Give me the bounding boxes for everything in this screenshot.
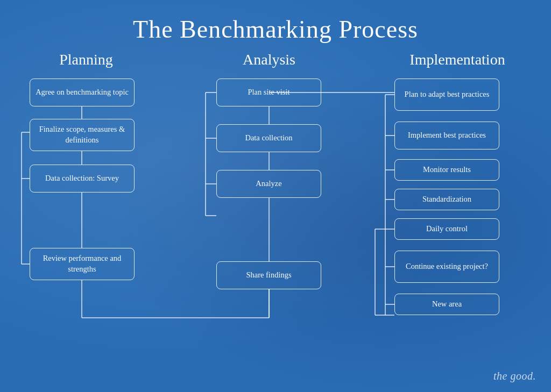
a2-box: Data collection [216, 124, 321, 152]
a3-box: Analyze [216, 170, 321, 198]
i5-box: Daily control [394, 218, 499, 240]
p2-box: Finalize scope, measures & definitions [30, 119, 135, 151]
p3-box: Data collection: Survey [30, 165, 135, 193]
i6-box: Continue existing project? [394, 251, 499, 283]
i4-box: Standardization [394, 189, 499, 210]
p1-box: Agree on benchmarking topic [30, 79, 135, 106]
page-title: The Benchmarking Process [0, 0, 551, 49]
i1-box: Plan to adapt best practices [394, 79, 499, 111]
i7-box: New area [394, 294, 499, 315]
watermark: the good. [493, 370, 536, 382]
analysis-title: Analysis [210, 49, 328, 70]
a1-box: Plan site visit [216, 79, 321, 106]
implementation-title: Implementation [393, 49, 522, 70]
a4-box: Share findings [216, 261, 321, 289]
p4-box: Review performance and strengths [30, 248, 135, 280]
i2-box: Implement best practices [394, 122, 499, 149]
i3-box: Monitor results [394, 159, 499, 181]
planning-title: Planning [27, 49, 145, 70]
